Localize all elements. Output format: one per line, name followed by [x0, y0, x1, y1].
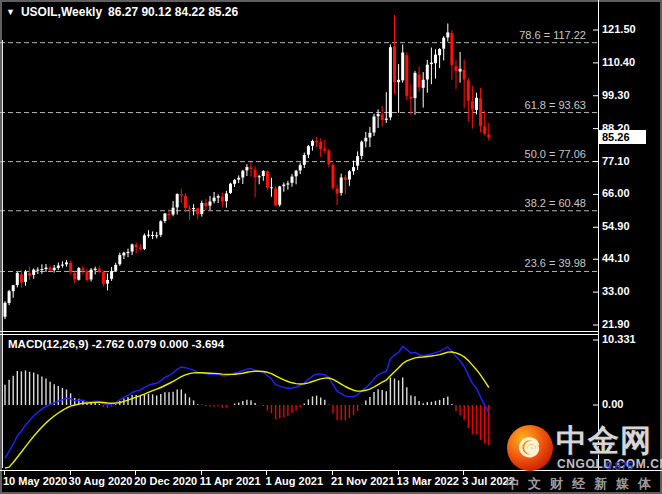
candle-body	[24, 272, 27, 282]
candle-body	[81, 268, 84, 270]
candle-body	[209, 202, 212, 206]
cngold-tagline-text: 中文财经新媒体	[506, 475, 660, 493]
price-axis-line	[598, 0, 599, 470]
candle-body	[172, 208, 175, 215]
candle-body	[393, 46, 396, 82]
candle-body	[163, 214, 166, 221]
candle-body	[94, 269, 97, 270]
time-axis-label: 10 May 2020	[3, 475, 67, 487]
candle-body	[409, 97, 412, 99]
candle-body	[12, 285, 15, 291]
candle-body	[262, 171, 265, 176]
fib-level-label: 61.8 = 93.63	[525, 99, 586, 111]
candle-body	[61, 265, 64, 266]
candle-body	[237, 178, 240, 180]
macd-indicator-plot[interactable]	[0, 336, 598, 470]
candle-body	[180, 194, 183, 195]
pane-splitter[interactable]	[0, 334, 598, 335]
candle-body	[159, 221, 162, 235]
candle-body	[442, 38, 445, 49]
candle-body	[229, 184, 232, 193]
candle-body	[217, 196, 220, 198]
macd-indicator-label: MACD(12,26,9) -2.762 0.079 0.000 -3.694	[8, 338, 224, 350]
candle-body	[467, 80, 470, 100]
candle-body	[139, 247, 142, 249]
candle-body	[118, 255, 121, 264]
candle-body	[98, 269, 101, 272]
time-axis-label: 20 Dec 2020	[134, 475, 197, 487]
candle-body	[311, 141, 314, 146]
candle-body	[196, 208, 199, 214]
ohlc-values: 86.27 90.12 84.22 85.26	[108, 5, 238, 19]
candle-body	[73, 273, 76, 280]
candle-body	[114, 265, 117, 271]
candle-body	[315, 141, 318, 142]
candlestick-series	[4, 15, 491, 319]
candle-body	[8, 291, 11, 303]
candle-body	[192, 208, 195, 209]
candle-body	[40, 269, 43, 270]
candle-body	[459, 69, 462, 72]
price-axis-label: 110.40	[602, 56, 635, 68]
candle-body	[213, 198, 216, 202]
candle-body	[200, 203, 203, 214]
candle-body	[57, 266, 60, 268]
candle-body	[414, 73, 417, 98]
fib-level-label: 50.0 = 77.06	[525, 148, 586, 160]
time-axis-label: 13 Mar 2022	[397, 475, 459, 487]
candle-body	[479, 98, 482, 126]
candle-body	[86, 271, 89, 280]
candle-body	[77, 268, 80, 280]
candle-body	[188, 209, 191, 210]
candle-body	[323, 149, 326, 151]
candle-body	[45, 268, 48, 270]
candle-body	[434, 55, 437, 64]
candle-body	[352, 167, 355, 171]
candle-body	[168, 214, 171, 215]
candle-body	[4, 303, 7, 317]
candle-body	[233, 180, 236, 184]
candle-body	[463, 70, 466, 80]
candle-body	[344, 177, 347, 180]
current-price-badge: 85.26	[598, 130, 646, 144]
candle-body	[368, 133, 371, 138]
macd-histogram	[5, 370, 489, 445]
candle-body	[245, 167, 248, 170]
candle-body	[348, 171, 351, 179]
candle-body	[151, 235, 154, 236]
candle-body	[389, 47, 392, 117]
macd-axis-label: 10.331	[602, 333, 636, 345]
candle-body	[377, 114, 380, 116]
price-axis-label: 99.30	[602, 89, 630, 101]
candle-body	[36, 270, 39, 271]
pane-splitter[interactable]	[0, 331, 598, 332]
candle-body	[422, 80, 425, 88]
candle-body	[122, 253, 125, 256]
candle-body	[155, 235, 158, 236]
candle-body	[471, 101, 474, 109]
candle-body	[397, 80, 400, 82]
candle-body	[307, 146, 310, 155]
time-axis-label: 11 Apr 2021	[200, 475, 261, 487]
candle-body	[135, 245, 138, 247]
price-chart-plot[interactable]: 78.6 = 117.2261.8 = 93.6350.0 = 77.0638.…	[0, 0, 598, 331]
candle-body	[49, 268, 52, 271]
candle-body	[176, 194, 179, 207]
candle-body	[143, 235, 146, 249]
candle-body	[401, 53, 404, 81]
candle-body	[90, 270, 93, 280]
candle-body	[364, 138, 367, 142]
candle-body	[20, 274, 23, 282]
fib-level-label: 38.2 = 60.48	[525, 197, 586, 209]
symbol-timeframe-label: USOIL,Weekly	[21, 5, 102, 19]
candle-body	[131, 244, 134, 251]
candle-body	[65, 263, 68, 265]
candle-body	[405, 55, 408, 96]
macd-axis-label: -9.875	[602, 460, 633, 472]
candle-body	[303, 155, 306, 165]
price-axis-label: 33.00	[602, 285, 630, 297]
chart-collapse-icon[interactable]: ▼	[6, 6, 15, 18]
candle-body	[282, 185, 285, 187]
candle-body	[385, 119, 388, 120]
candle-body	[426, 65, 429, 80]
